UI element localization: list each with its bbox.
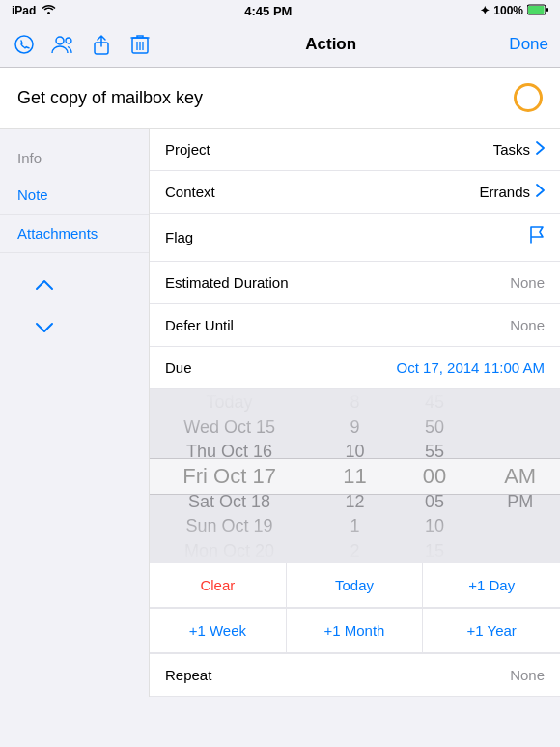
phone-icon[interactable] xyxy=(12,32,37,57)
picker-date-item: Today xyxy=(150,389,309,415)
plus1week-button[interactable]: +1 Week xyxy=(150,608,287,652)
repeat-value: None xyxy=(510,667,545,683)
quick-buttons-row2: +1 Week +1 Month +1 Year xyxy=(150,608,560,653)
context-value: Errands xyxy=(479,184,545,200)
status-time: 4:45 PM xyxy=(244,4,292,18)
task-header: Get copy of mailbox key xyxy=(0,68,560,129)
picker-minute-column[interactable]: 45 50 55 00 05 10 15 xyxy=(395,389,475,563)
flag-row[interactable]: Flag xyxy=(150,214,560,262)
sidebar: Info Note Attachments xyxy=(0,129,150,697)
done-button[interactable]: Done xyxy=(509,35,548,54)
estimated-duration-value: None xyxy=(510,274,545,291)
task-title: Get copy of mailbox key xyxy=(17,88,203,108)
picker-hour-item: 9 xyxy=(315,415,395,440)
project-label: Project xyxy=(165,141,210,158)
due-label: Due xyxy=(165,359,192,376)
picker-ampm-item-selected: AM xyxy=(480,464,560,489)
picker-minute-item: 50 xyxy=(395,415,475,440)
flag-icon xyxy=(529,225,545,249)
picker-date-item: Sat Oct 18 xyxy=(150,489,309,514)
battery-icon xyxy=(527,4,548,18)
picker-columns: Today Wed Oct 15 Thu Oct 16 Fri Oct 17 S… xyxy=(150,389,560,563)
svg-rect-2 xyxy=(528,6,545,14)
picker-hour-item: 8 xyxy=(315,389,395,415)
picker-hour-item: 1 xyxy=(315,514,395,539)
people-icon[interactable] xyxy=(50,32,75,57)
project-arrow-icon xyxy=(536,141,545,158)
battery-percent: 100% xyxy=(493,4,523,17)
picker-minute-item: 05 xyxy=(395,489,475,514)
picker-ampm-item: PM xyxy=(480,489,560,514)
due-row[interactable]: Due Oct 17, 2014 11:00 AM xyxy=(150,347,560,389)
svg-point-4 xyxy=(15,36,33,53)
context-label: Context xyxy=(165,184,215,200)
defer-until-label: Defer Until xyxy=(165,317,234,333)
picker-date-item: Thu Oct 16 xyxy=(150,439,309,464)
picker-minute-item: 10 xyxy=(395,514,475,539)
picker-ampm-column[interactable]: AM PM xyxy=(474,389,560,563)
status-left: iPad xyxy=(12,4,56,17)
picker-ampm-item xyxy=(480,514,560,539)
picker-hour-item-selected: 11 xyxy=(315,464,395,489)
sidebar-item-note[interactable]: Note xyxy=(0,176,149,215)
status-right: ✦ 100% xyxy=(480,4,548,18)
plus1day-button[interactable]: +1 Day xyxy=(423,563,560,607)
defer-until-row[interactable]: Defer Until None xyxy=(150,304,560,347)
picker-minute-item: 15 xyxy=(395,538,475,563)
nav-title: Action xyxy=(305,35,356,54)
svg-point-6 xyxy=(66,38,71,43)
main-content: Info Note Attachments Project Tasks xyxy=(0,129,560,697)
defer-until-value: None xyxy=(510,317,545,333)
picker-date-item-selected: Fri Oct 17 xyxy=(150,464,309,489)
wifi-icon xyxy=(42,4,56,17)
picker-ampm-item xyxy=(480,439,560,464)
detail-panel: Project Tasks Context Errands Flag xyxy=(150,129,560,697)
up-arrow-button[interactable] xyxy=(17,271,131,300)
picker-hour-item: 12 xyxy=(315,489,395,514)
svg-rect-3 xyxy=(546,8,548,12)
today-button[interactable]: Today xyxy=(287,563,424,607)
picker-minute-item: 55 xyxy=(395,439,475,464)
picker-date-item: Wed Oct 15 xyxy=(150,415,309,440)
plus1month-button[interactable]: +1 Month xyxy=(287,608,424,652)
picker-wheel[interactable]: Today Wed Oct 15 Thu Oct 16 Fri Oct 17 S… xyxy=(150,389,560,563)
picker-date-item: Sun Oct 19 xyxy=(150,514,309,539)
status-bar: iPad 4:45 PM ✦ 100% xyxy=(0,0,560,21)
quick-buttons-row1: Clear Today +1 Day xyxy=(150,563,560,608)
estimated-duration-row[interactable]: Estimated Duration None xyxy=(150,262,560,304)
clear-button[interactable]: Clear xyxy=(150,563,287,607)
flag-label: Flag xyxy=(165,229,193,245)
share-icon[interactable] xyxy=(89,32,114,57)
circle-badge xyxy=(514,83,543,112)
ipad-label: iPad xyxy=(12,4,36,17)
picker-minute-item-selected: 00 xyxy=(395,464,475,489)
picker-hour-item: 2 xyxy=(315,538,395,563)
repeat-row[interactable]: Repeat None xyxy=(150,654,560,697)
picker-minute-item: 45 xyxy=(395,389,475,415)
project-value: Tasks xyxy=(493,141,545,158)
repeat-label: Repeat xyxy=(165,667,211,683)
down-arrow-button[interactable] xyxy=(17,313,131,342)
picker-ampm-item xyxy=(480,389,560,415)
picker-date-column[interactable]: Today Wed Oct 15 Thu Oct 16 Fri Oct 17 S… xyxy=(150,389,315,563)
estimated-duration-label: Estimated Duration xyxy=(165,274,289,291)
picker-ampm-item xyxy=(480,415,560,440)
nav-left-icons xyxy=(12,32,153,57)
svg-point-5 xyxy=(56,37,64,44)
nav-bar: Action Done xyxy=(0,21,560,68)
picker-ampm-item xyxy=(480,538,560,563)
project-row[interactable]: Project Tasks xyxy=(150,129,560,171)
bluetooth-icon: ✦ xyxy=(480,4,490,17)
picker-date-item: Mon Oct 20 xyxy=(150,538,309,563)
context-row[interactable]: Context Errands xyxy=(150,171,560,214)
picker-hour-column[interactable]: 8 9 10 11 12 1 2 xyxy=(315,389,395,563)
plus1year-button[interactable]: +1 Year xyxy=(423,608,560,652)
svg-point-0 xyxy=(47,12,50,14)
date-picker[interactable]: Today Wed Oct 15 Thu Oct 16 Fri Oct 17 S… xyxy=(150,389,560,654)
due-value: Oct 17, 2014 11:00 AM xyxy=(397,359,545,376)
sidebar-item-attachments[interactable]: Attachments xyxy=(0,215,149,253)
context-arrow-icon xyxy=(536,184,545,200)
picker-hour-item: 10 xyxy=(315,439,395,464)
sidebar-section-info: Info xyxy=(0,140,149,176)
trash-icon[interactable] xyxy=(127,32,153,57)
